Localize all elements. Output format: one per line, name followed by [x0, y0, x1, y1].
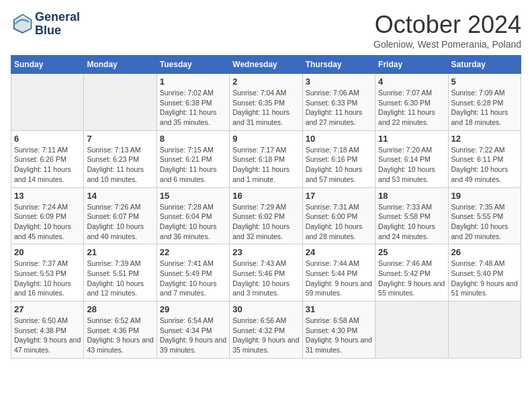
calendar-cell	[448, 302, 521, 359]
calendar-cell: 31Sunrise: 6:58 AM Sunset: 4:30 PM Dayli…	[302, 302, 375, 359]
calendar-cell: 25Sunrise: 7:46 AM Sunset: 5:42 PM Dayli…	[375, 244, 448, 302]
calendar-cell	[11, 74, 84, 131]
day-header-thursday: Thursday	[302, 56, 375, 74]
day-number: 6	[14, 134, 81, 144]
day-info: Sunrise: 7:43 AM Sunset: 5:46 PM Dayligh…	[232, 259, 299, 298]
calendar-week-row: 6Sunrise: 7:11 AM Sunset: 6:26 PM Daylig…	[11, 130, 521, 187]
day-number: 4	[378, 77, 445, 87]
calendar-cell: 27Sunrise: 6:50 AM Sunset: 4:38 PM Dayli…	[11, 302, 84, 359]
calendar-cell: 23Sunrise: 7:43 AM Sunset: 5:46 PM Dayli…	[230, 244, 302, 302]
day-number: 17	[306, 191, 372, 201]
calendar-cell: 18Sunrise: 7:33 AM Sunset: 5:58 PM Dayli…	[375, 187, 448, 244]
day-info: Sunrise: 7:29 AM Sunset: 6:02 PM Dayligh…	[232, 202, 299, 242]
day-number: 2	[232, 77, 299, 87]
day-number: 10	[306, 134, 372, 144]
calendar-cell: 1Sunrise: 7:02 AM Sunset: 6:38 PM Daylig…	[157, 74, 229, 131]
day-info: Sunrise: 7:41 AM Sunset: 5:49 PM Dayligh…	[160, 259, 226, 298]
calendar-cell: 3Sunrise: 7:06 AM Sunset: 6:33 PM Daylig…	[302, 74, 375, 131]
calendar-week-row: 13Sunrise: 7:24 AM Sunset: 6:09 PM Dayli…	[11, 187, 521, 244]
calendar-body: 1Sunrise: 7:02 AM Sunset: 6:38 PM Daylig…	[11, 74, 521, 359]
day-number: 30	[232, 304, 299, 314]
day-number: 24	[306, 247, 372, 257]
day-number: 23	[232, 247, 299, 257]
calendar-cell: 22Sunrise: 7:41 AM Sunset: 5:49 PM Dayli…	[157, 244, 229, 302]
day-number: 11	[378, 134, 445, 144]
day-number: 1	[160, 77, 226, 87]
day-info: Sunrise: 7:44 AM Sunset: 5:44 PM Dayligh…	[306, 259, 372, 298]
day-header-wednesday: Wednesday	[230, 56, 302, 74]
day-info: Sunrise: 7:46 AM Sunset: 5:42 PM Dayligh…	[378, 259, 445, 298]
day-number: 31	[306, 304, 372, 314]
day-number: 19	[451, 191, 518, 201]
day-info: Sunrise: 7:28 AM Sunset: 6:04 PM Dayligh…	[160, 202, 226, 242]
day-info: Sunrise: 7:24 AM Sunset: 6:09 PM Dayligh…	[14, 202, 81, 242]
logo-text: General Blue	[35, 11, 80, 38]
calendar-cell: 11Sunrise: 7:20 AM Sunset: 6:14 PM Dayli…	[375, 130, 448, 187]
day-header-tuesday: Tuesday	[157, 56, 229, 74]
day-number: 14	[87, 191, 153, 201]
day-number: 27	[14, 304, 81, 314]
calendar-cell: 15Sunrise: 7:28 AM Sunset: 6:04 PM Dayli…	[157, 187, 229, 244]
day-info: Sunrise: 7:09 AM Sunset: 6:28 PM Dayligh…	[451, 88, 518, 128]
calendar-cell: 2Sunrise: 7:04 AM Sunset: 6:35 PM Daylig…	[230, 74, 302, 131]
day-number: 20	[14, 247, 81, 257]
day-info: Sunrise: 7:39 AM Sunset: 5:51 PM Dayligh…	[87, 259, 153, 298]
day-info: Sunrise: 6:58 AM Sunset: 4:30 PM Dayligh…	[306, 316, 372, 355]
day-info: Sunrise: 6:56 AM Sunset: 4:32 PM Dayligh…	[232, 316, 299, 355]
day-number: 3	[306, 77, 372, 87]
calendar-week-row: 1Sunrise: 7:02 AM Sunset: 6:38 PM Daylig…	[11, 74, 521, 131]
day-info: Sunrise: 6:52 AM Sunset: 4:36 PM Dayligh…	[87, 316, 153, 355]
calendar-cell: 5Sunrise: 7:09 AM Sunset: 6:28 PM Daylig…	[448, 74, 521, 131]
calendar-table: SundayMondayTuesdayWednesdayThursdayFrid…	[11, 55, 521, 359]
day-header-friday: Friday	[375, 56, 448, 74]
calendar-cell: 19Sunrise: 7:35 AM Sunset: 5:55 PM Dayli…	[448, 187, 521, 244]
day-number: 12	[451, 134, 518, 144]
calendar-cell: 26Sunrise: 7:48 AM Sunset: 5:40 PM Dayli…	[448, 244, 521, 302]
day-info: Sunrise: 7:20 AM Sunset: 6:14 PM Dayligh…	[378, 145, 445, 185]
day-number: 29	[160, 304, 226, 314]
calendar-cell: 29Sunrise: 6:54 AM Sunset: 4:34 PM Dayli…	[157, 302, 229, 359]
day-info: Sunrise: 7:02 AM Sunset: 6:38 PM Dayligh…	[160, 88, 226, 128]
day-info: Sunrise: 6:54 AM Sunset: 4:34 PM Dayligh…	[160, 316, 226, 355]
day-info: Sunrise: 7:11 AM Sunset: 6:26 PM Dayligh…	[14, 145, 81, 185]
day-number: 28	[87, 304, 153, 314]
calendar-cell: 9Sunrise: 7:17 AM Sunset: 6:18 PM Daylig…	[230, 130, 302, 187]
day-number: 9	[232, 134, 299, 144]
calendar-cell: 21Sunrise: 7:39 AM Sunset: 5:51 PM Dayli…	[84, 244, 157, 302]
day-number: 8	[160, 134, 226, 144]
day-header-monday: Monday	[84, 56, 157, 74]
day-info: Sunrise: 7:22 AM Sunset: 6:11 PM Dayligh…	[451, 145, 518, 185]
calendar-cell: 17Sunrise: 7:31 AM Sunset: 6:00 PM Dayli…	[302, 187, 375, 244]
day-info: Sunrise: 7:33 AM Sunset: 5:58 PM Dayligh…	[378, 202, 445, 242]
day-number: 18	[378, 191, 445, 201]
day-info: Sunrise: 7:13 AM Sunset: 6:23 PM Dayligh…	[87, 145, 153, 185]
calendar-cell: 7Sunrise: 7:13 AM Sunset: 6:23 PM Daylig…	[84, 130, 157, 187]
calendar-cell: 10Sunrise: 7:18 AM Sunset: 6:16 PM Dayli…	[302, 130, 375, 187]
day-info: Sunrise: 7:37 AM Sunset: 5:53 PM Dayligh…	[14, 259, 81, 298]
day-info: Sunrise: 7:31 AM Sunset: 6:00 PM Dayligh…	[306, 202, 372, 242]
day-number: 7	[87, 134, 153, 144]
logo: General Blue	[11, 11, 80, 38]
calendar-cell: 16Sunrise: 7:29 AM Sunset: 6:02 PM Dayli…	[230, 187, 302, 244]
day-info: Sunrise: 7:07 AM Sunset: 6:30 PM Dayligh…	[378, 88, 445, 128]
day-number: 22	[160, 247, 226, 257]
title-block: October 2024 Goleniow, West Pomerania, P…	[373, 11, 521, 50]
calendar-cell: 24Sunrise: 7:44 AM Sunset: 5:44 PM Dayli…	[302, 244, 375, 302]
calendar-cell: 14Sunrise: 7:26 AM Sunset: 6:07 PM Dayli…	[84, 187, 157, 244]
calendar-week-row: 27Sunrise: 6:50 AM Sunset: 4:38 PM Dayli…	[11, 302, 521, 359]
day-number: 15	[160, 191, 226, 201]
day-info: Sunrise: 7:35 AM Sunset: 5:55 PM Dayligh…	[451, 202, 518, 242]
day-info: Sunrise: 7:48 AM Sunset: 5:40 PM Dayligh…	[451, 259, 518, 298]
day-header-saturday: Saturday	[448, 56, 521, 74]
calendar-header-row: SundayMondayTuesdayWednesdayThursdayFrid…	[11, 56, 521, 74]
day-info: Sunrise: 7:26 AM Sunset: 6:07 PM Dayligh…	[87, 202, 153, 242]
day-header-sunday: Sunday	[11, 56, 84, 74]
calendar-cell: 30Sunrise: 6:56 AM Sunset: 4:32 PM Dayli…	[230, 302, 302, 359]
day-info: Sunrise: 7:04 AM Sunset: 6:35 PM Dayligh…	[232, 88, 299, 128]
month-title: October 2024	[373, 11, 521, 39]
day-number: 5	[451, 77, 518, 87]
day-info: Sunrise: 7:06 AM Sunset: 6:33 PM Dayligh…	[306, 88, 372, 128]
calendar-cell: 13Sunrise: 7:24 AM Sunset: 6:09 PM Dayli…	[11, 187, 84, 244]
calendar-cell: 6Sunrise: 7:11 AM Sunset: 6:26 PM Daylig…	[11, 130, 84, 187]
calendar-cell: 28Sunrise: 6:52 AM Sunset: 4:36 PM Dayli…	[84, 302, 157, 359]
